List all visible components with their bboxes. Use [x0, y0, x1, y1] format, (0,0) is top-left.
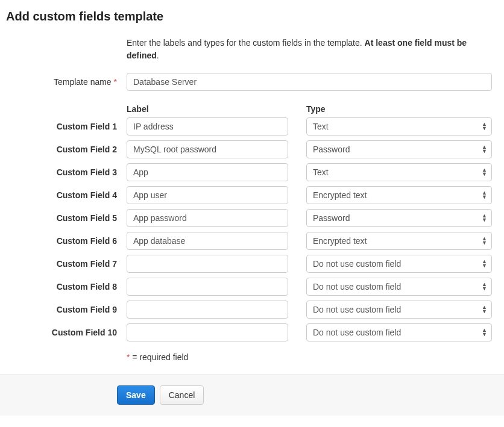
intro-text: Enter the labels and types for the custo… [127, 37, 498, 62]
custom-field-name: Custom Field 10 [6, 328, 127, 337]
custom-field-type-select[interactable]: Password [306, 140, 492, 158]
custom-field-name: Custom Field 7 [6, 259, 127, 269]
custom-field-row: Custom Field 3Text▲▼ [6, 163, 498, 181]
custom-field-type-select[interactable]: Encrypted text [306, 186, 492, 204]
save-button[interactable]: Save [117, 385, 155, 405]
custom-field-label-input[interactable] [127, 301, 288, 319]
required-star-icon: * [114, 77, 117, 87]
custom-field-type-select[interactable]: Text [306, 117, 492, 136]
custom-field-name: Custom Field 8 [6, 282, 127, 291]
custom-field-row: Custom Field 4Encrypted text▲▼ [6, 186, 498, 204]
custom-field-row: Custom Field 8Do not use custom field▲▼ [6, 278, 498, 296]
column-header-type: Type [306, 104, 492, 114]
custom-field-label-input[interactable] [127, 323, 288, 341]
custom-field-label-input[interactable] [127, 278, 288, 296]
custom-field-type-select[interactable]: Do not use custom field [306, 323, 492, 341]
custom-field-row: Custom Field 9Do not use custom field▲▼ [6, 301, 498, 319]
custom-field-type-select[interactable]: Encrypted text [306, 232, 492, 250]
column-header-label: Label [127, 104, 288, 114]
template-name-label: Template name * [6, 77, 127, 87]
template-name-input[interactable] [127, 73, 492, 91]
custom-field-label-input[interactable] [127, 209, 288, 227]
custom-field-type-select[interactable]: Password [306, 209, 492, 227]
custom-field-type-select[interactable]: Do not use custom field [306, 301, 492, 319]
required-field-note: * = required field [127, 352, 188, 362]
custom-field-label-input[interactable] [127, 140, 288, 158]
custom-field-name: Custom Field 9 [6, 305, 127, 314]
page-title: Add custom fields template [6, 10, 498, 23]
custom-field-row: Custom Field 10Do not use custom field▲▼ [6, 323, 498, 341]
custom-field-label-input[interactable] [127, 117, 288, 136]
footer-bar: Save Cancel [0, 374, 504, 416]
custom-field-row: Custom Field 7Do not use custom field▲▼ [6, 255, 498, 273]
intro-suffix: . [157, 51, 159, 60]
custom-field-name: Custom Field 3 [6, 167, 127, 177]
custom-field-type-select[interactable]: Do not use custom field [306, 278, 492, 296]
custom-field-name: Custom Field 2 [6, 145, 127, 154]
custom-field-row: Custom Field 6Encrypted text▲▼ [6, 232, 498, 250]
custom-field-label-input[interactable] [127, 163, 288, 181]
required-note-text: = required field [130, 352, 188, 362]
custom-field-name: Custom Field 1 [6, 122, 127, 131]
custom-field-type-select[interactable]: Do not use custom field [306, 255, 492, 273]
custom-field-name: Custom Field 6 [6, 236, 127, 246]
custom-field-label-input[interactable] [127, 255, 288, 273]
cancel-button[interactable]: Cancel [160, 385, 204, 405]
intro-prefix: Enter the labels and types for the custo… [127, 38, 365, 48]
custom-field-label-input[interactable] [127, 232, 288, 250]
custom-field-row: Custom Field 1Text▲▼ [6, 117, 498, 136]
custom-field-name: Custom Field 4 [6, 190, 127, 200]
custom-field-row: Custom Field 2Password▲▼ [6, 140, 498, 158]
custom-field-row: Custom Field 5Password▲▼ [6, 209, 498, 227]
custom-field-name: Custom Field 5 [6, 213, 127, 223]
custom-field-label-input[interactable] [127, 186, 288, 204]
custom-field-type-select[interactable]: Text [306, 163, 492, 181]
